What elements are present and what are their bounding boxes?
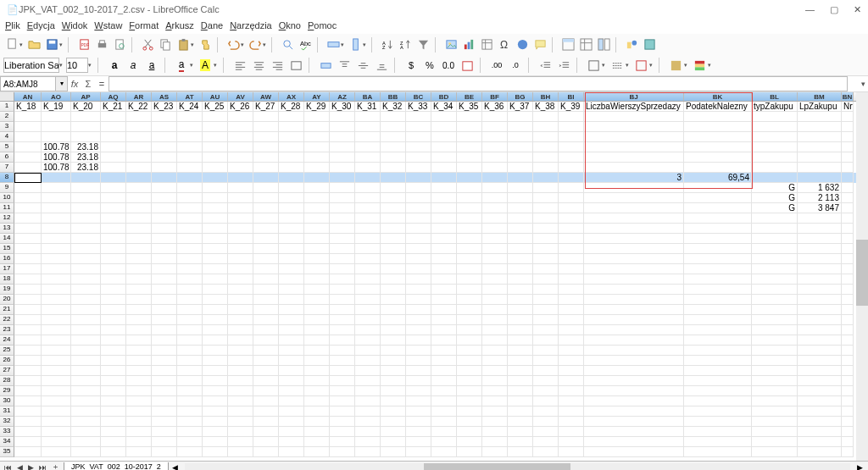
cell[interactable] — [355, 346, 381, 356]
cell[interactable] — [279, 396, 304, 406]
cell[interactable] — [304, 437, 330, 447]
cell[interactable] — [101, 305, 126, 315]
cell[interactable] — [381, 356, 406, 366]
cell[interactable] — [752, 417, 798, 427]
cell[interactable] — [14, 244, 42, 254]
cell[interactable] — [330, 325, 355, 335]
cell[interactable] — [203, 285, 228, 295]
cell[interactable] — [406, 254, 431, 264]
col-header-BM[interactable]: BM — [798, 92, 842, 101]
cell[interactable] — [406, 346, 431, 356]
cell[interactable] — [14, 132, 42, 142]
cell[interactable] — [71, 366, 101, 376]
comment-icon[interactable] — [531, 36, 548, 53]
cell[interactable] — [330, 386, 355, 396]
cell[interactable] — [253, 325, 279, 335]
cell[interactable] — [584, 295, 684, 305]
row-header[interactable]: 34 — [0, 437, 14, 447]
remove-decimal-icon[interactable]: .0 — [507, 57, 524, 74]
cell[interactable] — [14, 142, 42, 152]
cell[interactable] — [508, 203, 533, 213]
cell[interactable] — [42, 325, 71, 335]
row-header[interactable]: 35 — [0, 447, 14, 457]
cell[interactable] — [533, 193, 559, 203]
cell[interactable] — [798, 173, 842, 183]
cell[interactable] — [684, 417, 752, 427]
cell[interactable] — [101, 274, 126, 285]
cell[interactable] — [482, 437, 508, 447]
cell[interactable] — [584, 183, 684, 193]
align-left-icon[interactable] — [231, 57, 248, 74]
sort-desc-icon[interactable]: ZA — [397, 36, 414, 53]
cell[interactable] — [71, 346, 101, 356]
cell[interactable] — [482, 224, 508, 234]
cell[interactable] — [584, 132, 684, 142]
cell[interactable] — [752, 346, 798, 356]
cell[interactable] — [304, 305, 330, 315]
cell[interactable] — [406, 325, 431, 335]
row-header[interactable]: 22 — [0, 315, 14, 325]
cell[interactable] — [279, 213, 304, 224]
cell[interactable] — [126, 152, 152, 163]
valign-bot-icon[interactable] — [373, 57, 390, 74]
cell[interactable] — [355, 254, 381, 264]
cell[interactable] — [482, 427, 508, 437]
cell[interactable] — [279, 406, 304, 417]
cell[interactable] — [381, 163, 406, 173]
cell[interactable] — [798, 325, 842, 335]
cell[interactable] — [304, 356, 330, 366]
cell[interactable] — [431, 244, 457, 254]
cell[interactable] — [279, 203, 304, 213]
cell[interactable] — [203, 234, 228, 244]
cell[interactable]: G — [752, 183, 798, 193]
cell[interactable]: K_30 — [330, 102, 355, 112]
cell[interactable] — [431, 346, 457, 356]
cell[interactable] — [228, 183, 253, 193]
cell[interactable] — [203, 376, 228, 386]
cell[interactable] — [177, 406, 203, 417]
cell[interactable]: 100.78 — [42, 142, 71, 152]
cell[interactable] — [101, 325, 126, 335]
cell[interactable] — [279, 264, 304, 274]
cell[interactable] — [355, 305, 381, 315]
cell[interactable] — [457, 335, 482, 346]
cell[interactable] — [71, 396, 101, 406]
cell[interactable] — [431, 315, 457, 325]
cell[interactable] — [457, 366, 482, 376]
cell[interactable] — [228, 244, 253, 254]
cell[interactable] — [684, 396, 752, 406]
cell[interactable]: K_21 — [101, 102, 126, 112]
cell[interactable] — [203, 295, 228, 305]
cell[interactable] — [508, 315, 533, 325]
cell[interactable]: K_25 — [203, 102, 228, 112]
cell[interactable] — [71, 224, 101, 234]
col-header-AO[interactable]: AO — [42, 92, 71, 101]
cell[interactable] — [482, 417, 508, 427]
cell[interactable] — [355, 183, 381, 193]
cell[interactable] — [798, 295, 842, 305]
cell[interactable] — [798, 213, 842, 224]
cell[interactable] — [177, 152, 203, 163]
cell[interactable] — [798, 112, 842, 122]
cell[interactable]: 2 113 — [798, 193, 842, 203]
font-color-icon[interactable]: a — [173, 57, 190, 74]
cell[interactable] — [355, 132, 381, 142]
cell[interactable] — [177, 335, 203, 346]
cell[interactable] — [101, 437, 126, 447]
cell[interactable]: PodatekNalezny — [684, 102, 752, 112]
cell[interactable] — [584, 234, 684, 244]
cell[interactable] — [304, 376, 330, 386]
cell[interactable] — [279, 122, 304, 132]
cell[interactable] — [559, 264, 584, 274]
col-header-BD[interactable]: BD — [431, 92, 457, 101]
cell[interactable] — [304, 112, 330, 122]
cell[interactable] — [406, 152, 431, 163]
cell[interactable] — [684, 376, 752, 386]
cell[interactable] — [14, 295, 42, 305]
cell[interactable] — [457, 224, 482, 234]
cell[interactable] — [279, 356, 304, 366]
cell[interactable] — [152, 132, 177, 142]
cell[interactable]: K_37 — [508, 102, 533, 112]
cell[interactable] — [406, 183, 431, 193]
cell[interactable] — [304, 295, 330, 305]
